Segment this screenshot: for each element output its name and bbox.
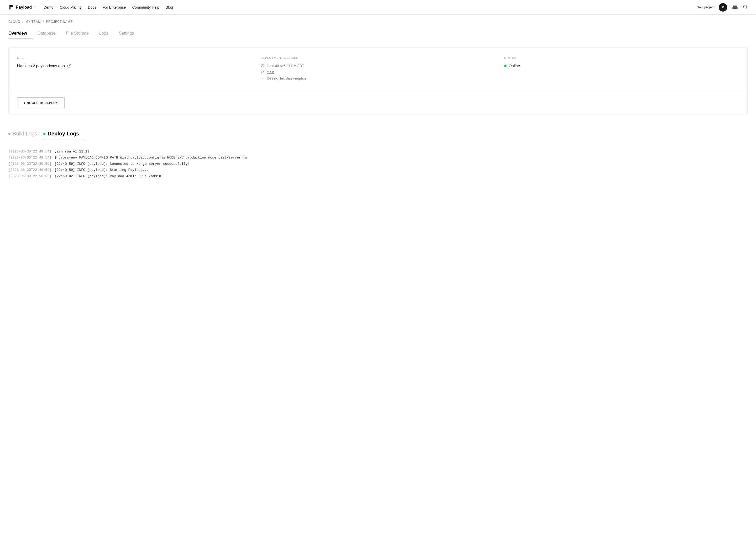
card-actions: TRIGGER REDEPLOY	[9, 91, 747, 115]
svg-point-0	[743, 5, 746, 8]
discord-icon[interactable]	[731, 4, 739, 11]
log-entry: [2023-06-30T22:49:59] [22:49:59] INFO (p…	[8, 161, 748, 167]
breadcrumb: CLOUD / MY-TEAM / PROJECT-NAME	[0, 15, 756, 24]
nav-links: Demo Cloud Pricing Docs For Enterprise C…	[44, 5, 173, 10]
build-logs-dot	[8, 133, 11, 135]
tab-settings[interactable]: Settings	[114, 28, 139, 39]
log-entry: [2023-06-30T22:50:02] [22:50:02] INFO (p…	[8, 173, 748, 179]
tabs-container: Overview Database File Storage Logs Sett…	[0, 24, 756, 39]
deployment-branch[interactable]: main	[267, 70, 274, 74]
nav-link-cloud-pricing[interactable]: Cloud Pricing	[60, 5, 81, 10]
status-section: STATUS Online	[504, 56, 739, 82]
tabs: Overview Database File Storage Logs Sett…	[8, 28, 748, 39]
external-link-icon[interactable]	[67, 64, 71, 68]
log-message-2: $ cross-env PAYLOAD_CONFIG_PATH=dist/pay…	[55, 155, 247, 161]
log-entry: [2023-06-30T22:49:59] [22:49:59] INFO (p…	[8, 167, 748, 173]
log-message-3: [22:49:59] INFO (payload): Connected to …	[55, 161, 190, 167]
nav-link-community-help[interactable]: Community Help	[132, 5, 159, 10]
log-entry: [2023-06-30T22:49:54] yarn run v1.22.19	[8, 148, 748, 155]
navbar: Payload° Demo Cloud Pricing Docs For Ent…	[0, 0, 756, 15]
log-timestamp-4: [2023-06-30T22:49:59]	[8, 167, 51, 173]
log-timestamp-2: [2023-06-30T22:49:54]	[8, 155, 51, 161]
status-indicator: Online	[504, 64, 739, 68]
log-message-4: [22:49:59] INFO (payload): Starting Payl…	[55, 167, 149, 173]
tab-file-storage[interactable]: File Storage	[61, 28, 94, 39]
commit-icon: →	[260, 76, 265, 80]
status-text: Online	[509, 64, 520, 68]
log-timestamp-3: [2023-06-30T22:49:59]	[8, 161, 51, 167]
tab-database[interactable]: Database	[32, 28, 61, 39]
breadcrumb-separator-2: /	[43, 20, 44, 24]
branch-icon	[260, 70, 265, 74]
nav-link-demo[interactable]: Demo	[44, 5, 53, 10]
deployment-card: URL blanktest2.payloadcms.app DEPLOYMENT…	[8, 47, 748, 115]
log-message-1: yarn run v1.22.19	[55, 148, 89, 155]
clock-icon	[260, 64, 265, 68]
svg-point-5	[263, 71, 264, 71]
logs-section: Build Logs Deploy Logs [2023-06-30T22:49…	[8, 128, 748, 179]
logo-icon	[8, 5, 14, 10]
logo-text: Payload	[16, 5, 32, 10]
deploy-logs-label: Deploy Logs	[47, 131, 79, 137]
log-timestamp-1: [2023-06-30T22:49:54]	[8, 148, 51, 155]
url-text: blanktest2.payloadcms.app	[17, 64, 65, 68]
logo-dot: °	[34, 6, 35, 9]
commit-hash[interactable]: f073efc	[267, 77, 278, 80]
deployment-branch-row: main	[260, 70, 495, 74]
deployment-card-body: URL blanktest2.payloadcms.app DEPLOYMENT…	[9, 48, 747, 91]
url-value: blanktest2.payloadcms.app	[17, 64, 252, 68]
tab-overview[interactable]: Overview	[8, 28, 32, 39]
logs-tabs: Build Logs Deploy Logs	[8, 128, 748, 140]
deployment-commit-row: → f073efc Initialize template	[260, 76, 495, 80]
build-logs-label: Build Logs	[13, 131, 37, 137]
logo[interactable]: Payload°	[8, 5, 35, 10]
breadcrumb-cloud[interactable]: CLOUD	[8, 20, 20, 24]
search-icon[interactable]	[743, 4, 748, 10]
nav-link-for-enterprise[interactable]: For Enterprise	[103, 5, 126, 10]
log-timestamp-5: [2023-06-30T22:50:02]	[8, 173, 51, 179]
url-section: URL blanktest2.payloadcms.app	[17, 56, 252, 82]
nav-link-docs[interactable]: Docs	[88, 5, 96, 10]
tab-build-logs[interactable]: Build Logs	[8, 128, 43, 140]
breadcrumb-separator-1: /	[22, 20, 24, 24]
deploy-logs-dot	[43, 133, 45, 135]
tab-logs[interactable]: Logs	[94, 28, 114, 39]
breadcrumb-team[interactable]: MY-TEAM	[26, 20, 41, 24]
status-label: STATUS	[504, 56, 739, 59]
trigger-redeploy-button[interactable]: TRIGGER REDEPLOY	[17, 97, 65, 108]
deployment-details-section: DEPLOYMENT DETAILS June 30 at 6:47 PM ED…	[260, 56, 495, 82]
url-label: URL	[17, 56, 252, 59]
deployment-date: June 30 at 6:47 PM EDT	[267, 64, 304, 68]
log-message-5: [22:50:02] INFO (payload): Payload Admin…	[55, 173, 161, 179]
log-entry: [2023-06-30T22:49:54] $ cross-env PAYLOA…	[8, 155, 748, 161]
nav-link-blog[interactable]: Blog	[166, 5, 173, 10]
svg-line-2	[69, 64, 70, 66]
status-dot	[504, 65, 507, 67]
deployment-date-row: June 30 at 6:47 PM EDT	[260, 64, 495, 68]
commit-message: Initialize template	[280, 77, 306, 80]
new-project-button[interactable]: New project	[696, 5, 715, 9]
deployment-details-label: DEPLOYMENT DETAILS	[260, 56, 495, 59]
navbar-left: Payload° Demo Cloud Pricing Docs For Ent…	[8, 5, 173, 10]
navbar-right: New project M	[696, 3, 748, 12]
avatar[interactable]: M	[719, 3, 727, 12]
main-content: URL blanktest2.payloadcms.app DEPLOYMENT…	[0, 39, 756, 188]
svg-point-6	[261, 73, 262, 73]
svg-line-1	[746, 8, 747, 8]
breadcrumb-project: PROJECT-NAME	[46, 20, 73, 24]
tab-deploy-logs[interactable]: Deploy Logs	[43, 128, 85, 140]
log-entries: [2023-06-30T22:49:54] yarn run v1.22.19 …	[8, 148, 748, 179]
